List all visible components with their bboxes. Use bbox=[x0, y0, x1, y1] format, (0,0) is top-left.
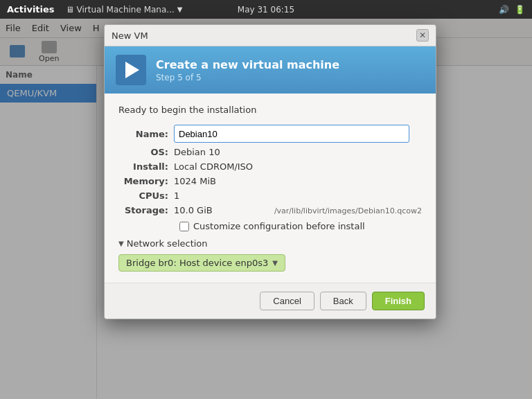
cancel-button[interactable]: Cancel bbox=[260, 292, 314, 310]
dialog-header-step: Step 5 of 5 bbox=[156, 73, 339, 82]
play-icon bbox=[125, 62, 139, 78]
install-label: Install: bbox=[118, 161, 174, 172]
new-vm-dialog: New VM ✕ Create a new virtual machine St… bbox=[104, 24, 436, 319]
customize-row: Customize configuration before install bbox=[179, 221, 422, 231]
battery-icon: 🔋 bbox=[515, 5, 525, 15]
finish-button[interactable]: Finish bbox=[372, 292, 425, 310]
network-section: ▼ Network selection Bridge br0: Host dev… bbox=[118, 238, 422, 272]
dialog-header-icon bbox=[116, 55, 146, 85]
memory-row: Memory: 1024 MiB bbox=[118, 176, 422, 186]
dialog-header-title: Create a new virtual machine bbox=[156, 58, 339, 71]
system-tray: 🔊 🔋 bbox=[499, 5, 525, 15]
network-toggle[interactable]: ▼ Network selection bbox=[118, 238, 422, 249]
dialog-close-button[interactable]: ✕ bbox=[416, 29, 429, 42]
app-name: 🖥 Virtual Machine Mana... ▼ bbox=[66, 5, 183, 15]
network-toggle-arrow: ▼ bbox=[118, 240, 124, 247]
dialog-title: New VM bbox=[112, 30, 148, 41]
customize-checkbox[interactable] bbox=[179, 222, 189, 231]
app-icon: 🖥 bbox=[66, 5, 74, 15]
network-section-label: Network selection bbox=[127, 238, 208, 249]
install-row: Install: Local CDROM/ISO bbox=[118, 161, 422, 172]
topbar: Activities 🖥 Virtual Machine Mana... ▼ M… bbox=[0, 0, 532, 19]
os-label: OS: bbox=[118, 147, 174, 157]
dialog-header-text: Create a new virtual machine Step 5 of 5 bbox=[156, 58, 339, 82]
storage-label: Storage: bbox=[118, 205, 174, 215]
memory-label: Memory: bbox=[118, 176, 174, 186]
storage-row: Storage: 10.0 GiB /var/lib/libvirt/image… bbox=[118, 205, 422, 215]
name-label: Name: bbox=[118, 129, 174, 139]
os-row: OS: Debian 10 bbox=[118, 147, 422, 157]
name-input[interactable] bbox=[174, 125, 409, 143]
dialog-body-title: Ready to begin the installation bbox=[118, 105, 422, 115]
os-value: Debian 10 bbox=[174, 147, 422, 157]
cpus-label: CPUs: bbox=[118, 190, 174, 201]
name-row: Name: bbox=[118, 125, 422, 143]
dialog-step-header: Create a new virtual machine Step 5 of 5 bbox=[105, 46, 436, 94]
customize-label: Customize configuration before install bbox=[193, 221, 365, 231]
volume-icon: 🔊 bbox=[499, 5, 509, 15]
app-menu-arrow[interactable]: ▼ bbox=[177, 6, 183, 13]
memory-value: 1024 MiB bbox=[174, 176, 422, 186]
install-value: Local CDROM/ISO bbox=[174, 161, 422, 172]
cpus-row: CPUs: 1 bbox=[118, 190, 422, 201]
network-dropdown-label: Bridge br0: Host device enp0s3 bbox=[126, 258, 268, 268]
back-button[interactable]: Back bbox=[320, 292, 366, 310]
datetime: May 31 06:15 bbox=[238, 5, 294, 15]
network-dropdown[interactable]: Bridge br0: Host device enp0s3 ▼ bbox=[118, 254, 285, 272]
storage-size: 10.0 GiB bbox=[174, 205, 270, 215]
storage-path: /var/lib/libvirt/images/Debian10.qcow2 bbox=[274, 206, 422, 215]
activities-button[interactable]: Activities bbox=[7, 4, 55, 15]
dialog-footer: Cancel Back Finish bbox=[105, 283, 436, 319]
cpus-value: 1 bbox=[174, 190, 422, 201]
dialog-titlebar: New VM ✕ bbox=[105, 25, 436, 46]
dialog-body: Ready to begin the installation Name: OS… bbox=[105, 94, 436, 283]
dropdown-arrow-icon: ▼ bbox=[272, 259, 278, 267]
